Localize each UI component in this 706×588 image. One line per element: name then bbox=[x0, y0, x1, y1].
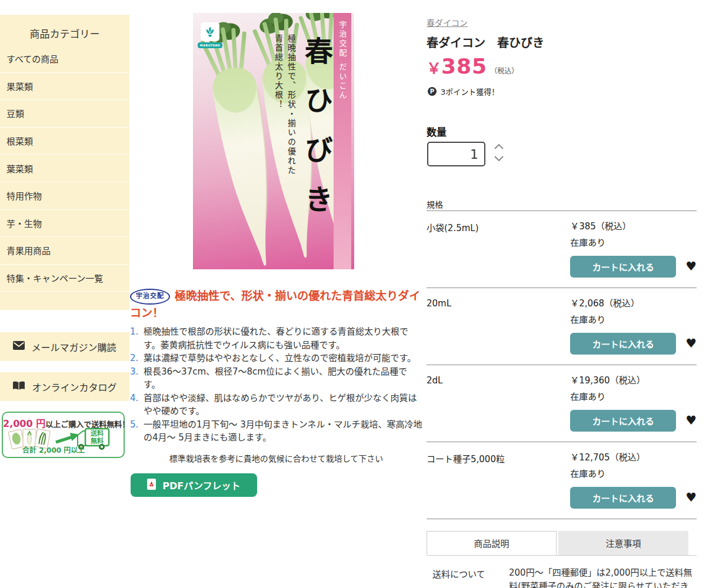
price-amount: 385 bbox=[441, 54, 487, 78]
sidebar-item-produce[interactable]: 青果用商品 bbox=[0, 237, 129, 265]
tab-precautions[interactable]: 注意事項 bbox=[558, 531, 688, 555]
point-icon: P bbox=[428, 87, 437, 96]
category-title: 商品カテゴリー bbox=[0, 15, 129, 45]
sidebar-item-campaigns[interactable]: 特集・キャンペーン一覧 bbox=[0, 265, 129, 292]
variant-price: ￥19,360（税込） bbox=[570, 373, 697, 386]
shipping-value: 200円〜「四種郵便」は2,000円以上で送料無料(野菜種子のみのご発注に限らせ… bbox=[509, 566, 697, 588]
currency-symbol: ￥ bbox=[427, 56, 441, 78]
variant-table: 小袋(2.5mL) ￥385（税込） 在庫あり カートに入れる ♥ 20mL ￥… bbox=[427, 211, 697, 519]
table-row: 20mL ￥2,068（税込） 在庫あり カートに入れる ♥ bbox=[427, 288, 697, 365]
free-shipping-banner[interactable]: 2,000 円以上ご購入で送料無料！ 送料 無料 bbox=[2, 412, 125, 458]
price-block: ￥ 385 （税込） bbox=[427, 54, 518, 78]
add-to-cart-button[interactable]: カートに入れる bbox=[570, 487, 676, 509]
pdf-pamphlet-button[interactable]: PDFパンフレット bbox=[131, 473, 257, 497]
mail-magazine-button[interactable]: メールマガジン購読 bbox=[0, 332, 129, 361]
stock-status: 在庫あり bbox=[570, 390, 697, 402]
page-title: 春ダイコン 春ひびき bbox=[427, 34, 544, 51]
category-list: すべての商品 果菜類 豆類 根菜類 葉菜類 特用作物 芋・生物 青果用商品 特集… bbox=[0, 45, 129, 292]
variant-price: ￥12,705（税込） bbox=[570, 450, 697, 463]
detail-tabs: 商品説明 注意事項 bbox=[427, 531, 697, 556]
shipping-label: 送料について bbox=[432, 566, 509, 588]
envelope-icon bbox=[13, 341, 25, 352]
add-to-cart-button[interactable]: カートに入れる bbox=[570, 410, 676, 432]
quantity-label: 数量 bbox=[427, 124, 447, 139]
online-catalog-button[interactable]: オンラインカタログ bbox=[0, 372, 129, 401]
category-panel: 商品カテゴリー すべての商品 果菜類 豆類 根菜類 葉菜類 特用作物 芋・生物 … bbox=[0, 15, 129, 310]
brand-logo: MARUTANE bbox=[198, 22, 222, 48]
sidebar-item-leaf-vegetables[interactable]: 葉菜類 bbox=[0, 155, 129, 182]
stock-status: 在庫あり bbox=[570, 467, 697, 479]
table-row: コート種子5,000粒 ￥12,705（税込） 在庫あり カートに入れる ♥ bbox=[427, 442, 697, 519]
packet-subtitle-line1: 極晩抽性で、形状・揃いの優れた bbox=[284, 34, 297, 175]
quantity-increment-button[interactable] bbox=[494, 143, 504, 150]
favorite-heart-icon[interactable]: ♥ bbox=[685, 415, 697, 427]
stock-status: 在庫あり bbox=[570, 236, 697, 248]
table-row: 小袋(2.5mL) ￥385（税込） 在庫あり カートに入れる ♥ bbox=[427, 211, 697, 288]
variant-name: 20mL bbox=[427, 296, 570, 355]
add-to-cart-button[interactable]: カートに入れる bbox=[570, 256, 676, 278]
favorite-heart-icon[interactable]: ♥ bbox=[685, 492, 697, 504]
pdf-button-label: PDFパンフレット bbox=[162, 478, 240, 492]
variant-name: 小袋(2.5mL) bbox=[427, 219, 570, 278]
truck-label-line1: 送料 bbox=[90, 429, 104, 437]
quantity-input[interactable] bbox=[427, 142, 485, 166]
brand-logo-icon bbox=[201, 22, 219, 41]
uji-kohai-badge: 宇治交配 bbox=[130, 289, 170, 305]
tax-included-label: （税込） bbox=[490, 65, 518, 75]
quantity-spinner bbox=[494, 143, 504, 162]
packet-subtitle-line2: 青首総太り大根！ bbox=[272, 34, 285, 175]
sidebar-item-all-products[interactable]: すべての商品 bbox=[0, 45, 129, 73]
packet-variety-name: 春ひびき bbox=[302, 36, 331, 234]
truck-label-line2: 無料 bbox=[91, 437, 104, 445]
sidebar-item-fruit-vegetables[interactable]: 果菜類 bbox=[0, 73, 129, 101]
feature-item: 葉は濃緑で草勢はややおとなしく、立性なので密植栽培が可能です。 bbox=[130, 352, 422, 365]
packet-side-label: 宇治交配 だいこん bbox=[337, 13, 348, 269]
free-shipping-total-label: 合計 2,000 円以上 bbox=[22, 445, 85, 455]
brand-name: MARUTANE bbox=[198, 42, 222, 48]
packet-subtitle: 極晩抽性で、形状・揃いの優れた 青首総太り大根！ bbox=[272, 34, 297, 175]
variant-name: コート種子5,000粒 bbox=[427, 450, 570, 509]
packet-side-strip: 宇治交配 だいこん bbox=[334, 13, 351, 269]
product-description: 宇治交配極晩抽性で、形状・揃いの優れた青首総太りダイコン！ 極晩抽性で根部の形状… bbox=[130, 288, 422, 464]
points-label: 3ポイント獲得！ bbox=[441, 86, 499, 97]
stock-status: 在庫あり bbox=[570, 313, 697, 325]
mail-magazine-label: メールマガジン購読 bbox=[31, 340, 116, 354]
sidebar-item-special-crops[interactable]: 特用作物 bbox=[0, 182, 129, 210]
favorite-heart-icon[interactable]: ♥ bbox=[685, 260, 697, 273]
quantity-decrement-button[interactable] bbox=[494, 155, 504, 162]
table-row: 2dL ￥19,360（税込） 在庫あり カートに入れる ♥ bbox=[427, 365, 697, 442]
breadcrumb-category-link[interactable]: 春ダイコン bbox=[427, 16, 468, 28]
book-icon bbox=[12, 381, 25, 393]
sidebar-item-beans[interactable]: 豆類 bbox=[0, 100, 129, 128]
variant-price: ￥385（税込） bbox=[570, 219, 697, 232]
favorite-heart-icon[interactable]: ♥ bbox=[685, 338, 697, 350]
feature-item: 根長36〜37cm、根径7〜8cm位によく揃い、肥大の優れた品種です。 bbox=[130, 365, 422, 392]
feature-item: 首部はやや淡緑、肌はなめらかでツヤがあり、ヒゲ根が少なく肉質はやや硬めです。 bbox=[130, 392, 422, 418]
cultivation-note: 標準栽培表を参考に貴地の気候に合わせて栽培して下さい bbox=[130, 452, 422, 464]
product-page: 商品カテゴリー すべての商品 果菜類 豆類 根菜類 葉菜類 特用作物 芋・生物 … bbox=[0, 0, 706, 588]
spec-section-label: 規格 bbox=[427, 198, 443, 210]
variant-name: 2dL bbox=[427, 373, 570, 432]
pdf-file-icon bbox=[147, 479, 156, 492]
online-catalog-label: オンラインカタログ bbox=[32, 380, 116, 394]
headline-text: 極晩抽性で、形状・揃いの優れた青首総太りダイコン！ bbox=[130, 289, 420, 319]
feature-item: 一般平坦地の1月下旬〜 3月中旬まきトンネル・マルチ栽培、寒高冷地の4月〜 5月… bbox=[130, 418, 422, 445]
feature-item: 極晩抽性で根部の形状に優れた、春どりに適する青首総太り大根です。萎黄病抵抗性でウ… bbox=[130, 325, 422, 352]
feature-list: 極晩抽性で根部の形状に優れた、春どりに適する青首総太り大根です。萎黄病抵抗性でウ… bbox=[130, 325, 422, 445]
product-image: 宇治交配 だいこん 極晩抽性で、形状・揃いの優れた 青首総太り大根！ 春ひびき … bbox=[193, 13, 354, 269]
shipping-info-row: 送料について 200円〜「四種郵便」は2,000円以上で送料無料(野菜種子のみの… bbox=[432, 566, 697, 588]
description-headline: 宇治交配極晩抽性で、形状・揃いの優れた青首総太りダイコン！ bbox=[130, 288, 422, 321]
sidebar-item-potatoes[interactable]: 芋・生物 bbox=[0, 210, 129, 238]
tab-product-description[interactable]: 商品説明 bbox=[427, 531, 557, 555]
add-to-cart-button[interactable]: カートに入れる bbox=[570, 333, 676, 355]
points-row: P 3ポイント獲得！ bbox=[428, 86, 499, 97]
sidebar-item-root-vegetables[interactable]: 根菜類 bbox=[0, 128, 129, 155]
variant-price: ￥2,068（税込） bbox=[570, 296, 697, 309]
